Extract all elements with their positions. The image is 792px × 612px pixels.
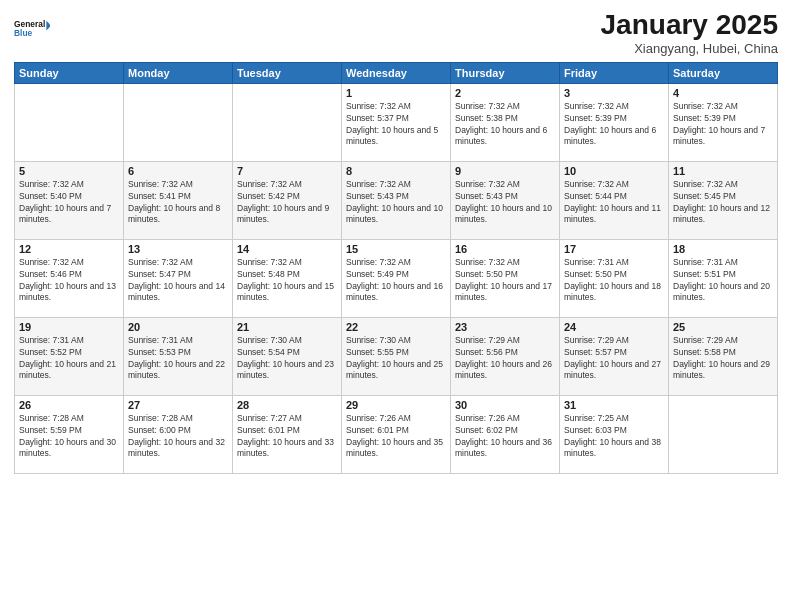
cell-1-1: 6 Sunrise: 7:32 AMSunset: 5:41 PMDayligh… <box>124 161 233 239</box>
day-number: 26 <box>19 399 119 411</box>
day-number: 9 <box>455 165 555 177</box>
calendar-body: 1 Sunrise: 7:32 AMSunset: 5:37 PMDayligh… <box>15 83 778 473</box>
month-title: January 2025 <box>601 10 778 41</box>
location: Xiangyang, Hubei, China <box>601 41 778 56</box>
cell-4-2: 28 Sunrise: 7:27 AMSunset: 6:01 PMDaylig… <box>233 395 342 473</box>
day-number: 11 <box>673 165 773 177</box>
cell-0-4: 2 Sunrise: 7:32 AMSunset: 5:38 PMDayligh… <box>451 83 560 161</box>
cell-2-5: 17 Sunrise: 7:31 AMSunset: 5:50 PMDaylig… <box>560 239 669 317</box>
weekday-header-row: Sunday Monday Tuesday Wednesday Thursday… <box>15 62 778 83</box>
cell-3-5: 24 Sunrise: 7:29 AMSunset: 5:57 PMDaylig… <box>560 317 669 395</box>
day-number: 2 <box>455 87 555 99</box>
svg-text:General: General <box>14 19 45 29</box>
day-info: Sunrise: 7:32 AMSunset: 5:45 PMDaylight:… <box>673 179 773 227</box>
day-info: Sunrise: 7:32 AMSunset: 5:42 PMDaylight:… <box>237 179 337 227</box>
cell-3-3: 22 Sunrise: 7:30 AMSunset: 5:55 PMDaylig… <box>342 317 451 395</box>
cell-2-4: 16 Sunrise: 7:32 AMSunset: 5:50 PMDaylig… <box>451 239 560 317</box>
svg-marker-2 <box>46 21 50 31</box>
day-number: 22 <box>346 321 446 333</box>
day-number: 17 <box>564 243 664 255</box>
day-info: Sunrise: 7:32 AMSunset: 5:43 PMDaylight:… <box>455 179 555 227</box>
week-row-3: 19 Sunrise: 7:31 AMSunset: 5:52 PMDaylig… <box>15 317 778 395</box>
day-info: Sunrise: 7:28 AMSunset: 5:59 PMDaylight:… <box>19 413 119 461</box>
day-number: 15 <box>346 243 446 255</box>
cell-2-0: 12 Sunrise: 7:32 AMSunset: 5:46 PMDaylig… <box>15 239 124 317</box>
cell-3-0: 19 Sunrise: 7:31 AMSunset: 5:52 PMDaylig… <box>15 317 124 395</box>
cell-4-5: 31 Sunrise: 7:25 AMSunset: 6:03 PMDaylig… <box>560 395 669 473</box>
header-wednesday: Wednesday <box>342 62 451 83</box>
day-info: Sunrise: 7:32 AMSunset: 5:44 PMDaylight:… <box>564 179 664 227</box>
day-number: 20 <box>128 321 228 333</box>
day-number: 27 <box>128 399 228 411</box>
svg-text:Blue: Blue <box>14 28 33 38</box>
cell-1-0: 5 Sunrise: 7:32 AMSunset: 5:40 PMDayligh… <box>15 161 124 239</box>
day-info: Sunrise: 7:25 AMSunset: 6:03 PMDaylight:… <box>564 413 664 461</box>
cell-0-1 <box>124 83 233 161</box>
day-number: 28 <box>237 399 337 411</box>
day-info: Sunrise: 7:32 AMSunset: 5:48 PMDaylight:… <box>237 257 337 305</box>
header-thursday: Thursday <box>451 62 560 83</box>
week-row-4: 26 Sunrise: 7:28 AMSunset: 5:59 PMDaylig… <box>15 395 778 473</box>
cell-0-6: 4 Sunrise: 7:32 AMSunset: 5:39 PMDayligh… <box>669 83 778 161</box>
cell-4-0: 26 Sunrise: 7:28 AMSunset: 5:59 PMDaylig… <box>15 395 124 473</box>
cell-3-1: 20 Sunrise: 7:31 AMSunset: 5:53 PMDaylig… <box>124 317 233 395</box>
day-info: Sunrise: 7:32 AMSunset: 5:40 PMDaylight:… <box>19 179 119 227</box>
day-info: Sunrise: 7:31 AMSunset: 5:52 PMDaylight:… <box>19 335 119 383</box>
day-number: 29 <box>346 399 446 411</box>
day-info: Sunrise: 7:26 AMSunset: 6:02 PMDaylight:… <box>455 413 555 461</box>
day-info: Sunrise: 7:32 AMSunset: 5:39 PMDaylight:… <box>673 101 773 149</box>
cell-1-6: 11 Sunrise: 7:32 AMSunset: 5:45 PMDaylig… <box>669 161 778 239</box>
day-number: 13 <box>128 243 228 255</box>
week-row-1: 5 Sunrise: 7:32 AMSunset: 5:40 PMDayligh… <box>15 161 778 239</box>
day-info: Sunrise: 7:32 AMSunset: 5:43 PMDaylight:… <box>346 179 446 227</box>
day-number: 18 <box>673 243 773 255</box>
cell-3-6: 25 Sunrise: 7:29 AMSunset: 5:58 PMDaylig… <box>669 317 778 395</box>
header-tuesday: Tuesday <box>233 62 342 83</box>
day-number: 16 <box>455 243 555 255</box>
header-saturday: Saturday <box>669 62 778 83</box>
day-info: Sunrise: 7:26 AMSunset: 6:01 PMDaylight:… <box>346 413 446 461</box>
day-info: Sunrise: 7:29 AMSunset: 5:58 PMDaylight:… <box>673 335 773 383</box>
cell-2-3: 15 Sunrise: 7:32 AMSunset: 5:49 PMDaylig… <box>342 239 451 317</box>
cell-2-2: 14 Sunrise: 7:32 AMSunset: 5:48 PMDaylig… <box>233 239 342 317</box>
day-number: 21 <box>237 321 337 333</box>
day-number: 23 <box>455 321 555 333</box>
cell-1-3: 8 Sunrise: 7:32 AMSunset: 5:43 PMDayligh… <box>342 161 451 239</box>
day-info: Sunrise: 7:30 AMSunset: 5:55 PMDaylight:… <box>346 335 446 383</box>
day-number: 5 <box>19 165 119 177</box>
logo: General Blue <box>14 10 50 46</box>
day-info: Sunrise: 7:31 AMSunset: 5:50 PMDaylight:… <box>564 257 664 305</box>
logo-svg: General Blue <box>14 10 50 46</box>
day-info: Sunrise: 7:32 AMSunset: 5:46 PMDaylight:… <box>19 257 119 305</box>
day-info: Sunrise: 7:29 AMSunset: 5:56 PMDaylight:… <box>455 335 555 383</box>
week-row-2: 12 Sunrise: 7:32 AMSunset: 5:46 PMDaylig… <box>15 239 778 317</box>
day-number: 25 <box>673 321 773 333</box>
cell-4-3: 29 Sunrise: 7:26 AMSunset: 6:01 PMDaylig… <box>342 395 451 473</box>
day-number: 7 <box>237 165 337 177</box>
cell-0-2 <box>233 83 342 161</box>
cell-1-2: 7 Sunrise: 7:32 AMSunset: 5:42 PMDayligh… <box>233 161 342 239</box>
cell-3-4: 23 Sunrise: 7:29 AMSunset: 5:56 PMDaylig… <box>451 317 560 395</box>
day-info: Sunrise: 7:32 AMSunset: 5:41 PMDaylight:… <box>128 179 228 227</box>
day-number: 10 <box>564 165 664 177</box>
header-monday: Monday <box>124 62 233 83</box>
page: General Blue January 2025 Xiangyang, Hub… <box>0 0 792 612</box>
day-number: 30 <box>455 399 555 411</box>
day-info: Sunrise: 7:31 AMSunset: 5:53 PMDaylight:… <box>128 335 228 383</box>
day-info: Sunrise: 7:29 AMSunset: 5:57 PMDaylight:… <box>564 335 664 383</box>
cell-0-3: 1 Sunrise: 7:32 AMSunset: 5:37 PMDayligh… <box>342 83 451 161</box>
calendar-table: Sunday Monday Tuesday Wednesday Thursday… <box>14 62 778 474</box>
title-block: January 2025 Xiangyang, Hubei, China <box>601 10 778 56</box>
day-number: 3 <box>564 87 664 99</box>
cell-3-2: 21 Sunrise: 7:30 AMSunset: 5:54 PMDaylig… <box>233 317 342 395</box>
day-number: 8 <box>346 165 446 177</box>
cell-1-4: 9 Sunrise: 7:32 AMSunset: 5:43 PMDayligh… <box>451 161 560 239</box>
day-info: Sunrise: 7:32 AMSunset: 5:50 PMDaylight:… <box>455 257 555 305</box>
day-number: 31 <box>564 399 664 411</box>
day-number: 19 <box>19 321 119 333</box>
day-number: 6 <box>128 165 228 177</box>
day-info: Sunrise: 7:32 AMSunset: 5:39 PMDaylight:… <box>564 101 664 149</box>
day-number: 1 <box>346 87 446 99</box>
day-number: 14 <box>237 243 337 255</box>
day-info: Sunrise: 7:30 AMSunset: 5:54 PMDaylight:… <box>237 335 337 383</box>
